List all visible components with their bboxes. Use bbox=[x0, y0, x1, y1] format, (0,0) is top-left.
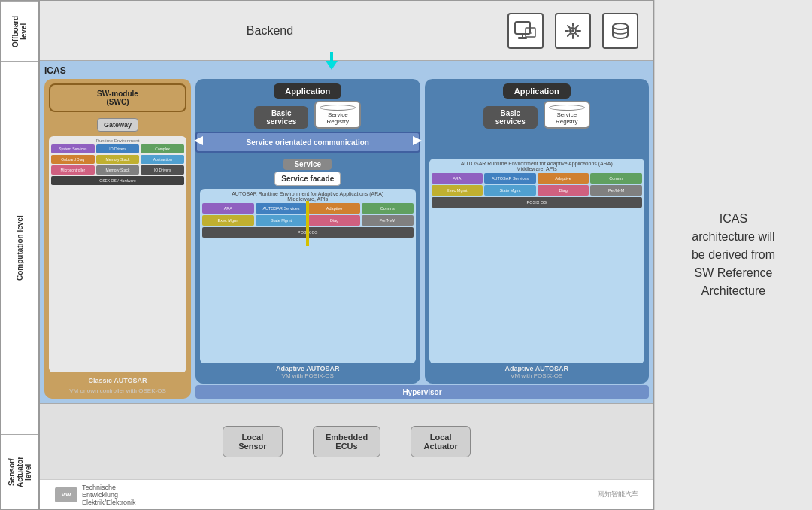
cell-abstraction: Abstraction bbox=[141, 155, 184, 164]
footer-company: Technische Entwicklung Elektrik/Elektron… bbox=[82, 484, 136, 506]
footer: VW Technische Entwicklung Elektrik/Elekt… bbox=[40, 479, 653, 509]
classic-sublabel: VM or own controller with OSEK-OS bbox=[49, 387, 186, 394]
backend-icon-screen: ≡ bbox=[508, 13, 544, 49]
right-panel: ICAS architecture will be derived from S… bbox=[654, 0, 812, 510]
embedded-ecus-box: Embedded ECUs bbox=[313, 426, 380, 457]
icas-inner: SW-module (SWC) Gateway Runtime Environm… bbox=[44, 79, 649, 399]
icas-label: ICAS bbox=[44, 65, 649, 76]
backend-icons: ≡ bbox=[508, 13, 638, 49]
classic-label: Classic AUTOSAR bbox=[49, 377, 186, 384]
autosar-block-2: AUTOSAR Runtime Environment for Adaptive… bbox=[429, 159, 645, 363]
sensor-row: Local Sensor Embedded ECUs Local Actuato… bbox=[40, 404, 653, 479]
adaptive2-label: Adaptive AUTOSAR bbox=[429, 365, 645, 372]
cell-complex: Complex bbox=[141, 144, 184, 153]
basic-services-1: Basicservices bbox=[254, 106, 308, 129]
adaptive1-label: Adaptive AUTOSAR bbox=[200, 365, 416, 372]
cell-system-services: System Services bbox=[51, 144, 95, 153]
adaptive2-col: Application Basicservices bbox=[425, 79, 650, 384]
ara2-cell-3: Adaptive bbox=[538, 173, 589, 184]
posix-os-2: POSIX OS bbox=[432, 197, 643, 208]
cell-onboard: Onboard Diag bbox=[51, 155, 95, 164]
local-sensor-box: Local Sensor bbox=[223, 426, 283, 457]
local-actuator-box: Local Actuator bbox=[411, 426, 471, 457]
ara2-cell-5: Exec Mgmt bbox=[432, 185, 483, 196]
adaptive1-sublabel: VM with POSIX-OS bbox=[200, 372, 416, 379]
adaptive2-sublabel: VM with POSIX-OS bbox=[429, 372, 645, 379]
ara2-cell-2: AUTOSAR Services bbox=[484, 173, 536, 184]
service-box-1: Service bbox=[283, 159, 332, 170]
offboard-row: Backend ≡ bbox=[40, 1, 653, 61]
svg-marker-8 bbox=[194, 136, 203, 145]
center-content: Backend ≡ bbox=[39, 0, 654, 510]
cell-memory: Memory Stack bbox=[96, 155, 140, 164]
ara-cell-1: ARA bbox=[202, 203, 254, 214]
classic-autosar-col: SW-module (SWC) Gateway Runtime Environm… bbox=[44, 79, 191, 399]
ara-cell-6: State Mgmt bbox=[256, 215, 308, 226]
app-box-2: Application bbox=[503, 83, 571, 99]
swmodule-box: SW-module (SWC) bbox=[49, 83, 186, 112]
computation-level-label: Computation level bbox=[1, 61, 38, 434]
ara-cell-4: Comms bbox=[362, 203, 414, 214]
adaptive1-col: Application Basicservices bbox=[195, 79, 420, 384]
offboard-level-label: Offboardlevel bbox=[1, 1, 38, 61]
level-labels: Offboardlevel Computation level Sensor/A… bbox=[0, 0, 39, 510]
footer-watermark: 焉知智能汽车 bbox=[598, 490, 638, 499]
backend-icon-database bbox=[602, 13, 638, 49]
service-facade-area: Service Service facade bbox=[200, 159, 416, 186]
cell-io-drivers: IO Drivers bbox=[96, 144, 140, 153]
ara-cell-2: AUTOSAR Services bbox=[256, 203, 308, 214]
right-panel-text: ICAS architecture will be derived from S… bbox=[692, 210, 775, 300]
soc-bar-text: Service orientated communication bbox=[247, 138, 369, 147]
cell-memory2: Memory Stack bbox=[96, 165, 140, 175]
ara-cell-5: Exec Mgmt bbox=[202, 215, 254, 226]
ara2-cell-4: Comms bbox=[590, 173, 642, 184]
ara2-cell-1: ARA bbox=[432, 173, 483, 184]
cell-io2: IO Drivers bbox=[141, 165, 184, 175]
backend-label: Backend bbox=[55, 24, 485, 38]
hypervisor-label: Hypervisor bbox=[402, 388, 441, 396]
app-box-1: Application bbox=[274, 83, 341, 99]
classic-runtime: Runtime Environment System Services IO D… bbox=[49, 136, 186, 372]
cell-osek: OSEK OS / Hardware bbox=[51, 176, 184, 185]
backend-icon-gear bbox=[555, 13, 591, 49]
svg-text:≡: ≡ bbox=[529, 30, 532, 35]
svg-point-7 bbox=[613, 23, 628, 29]
ara2-cell-7: Diag bbox=[538, 185, 589, 196]
basic-services-2: Basicservices bbox=[483, 106, 538, 129]
service-registry-1: ServiceRegistry bbox=[314, 101, 361, 129]
service-registry-2: ServiceRegistry bbox=[544, 101, 590, 129]
service-facade-box: Service facade bbox=[274, 172, 341, 186]
ara-cell-7: Diag bbox=[308, 215, 360, 226]
ara-cell-8: Per/NvM bbox=[362, 215, 414, 226]
ara-cell-3: Adaptive bbox=[308, 203, 360, 214]
svg-point-6 bbox=[571, 29, 574, 32]
icas-area: ICAS SW-module (SWC) Gateway R bbox=[40, 61, 653, 404]
cell-microcontroller: Microcontroller bbox=[51, 165, 95, 175]
svg-marker-9 bbox=[413, 136, 422, 145]
ara2-cell-8: Per/NvM bbox=[590, 185, 642, 196]
ara2-cell-6: State Mgmt bbox=[484, 185, 536, 196]
gateway-box: Gateway bbox=[97, 118, 138, 132]
sensor-level-label: Sensor/Actuatorlevel bbox=[1, 434, 38, 509]
